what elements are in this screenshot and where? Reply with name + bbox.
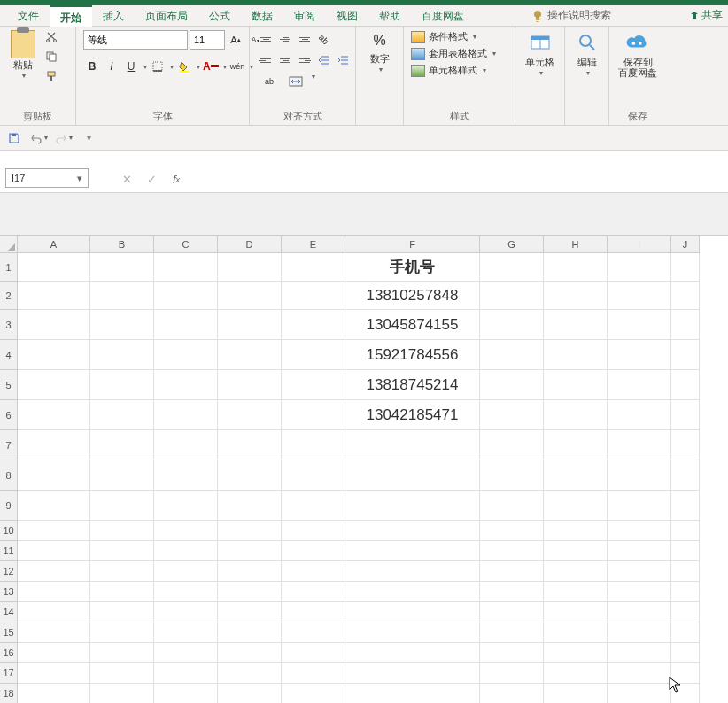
cell-B2[interactable] xyxy=(90,282,154,310)
cell-H3[interactable] xyxy=(544,310,608,340)
cell-F5[interactable]: 13818745214 xyxy=(345,370,480,400)
format-painter-icon[interactable] xyxy=(44,69,58,83)
cell-E2[interactable] xyxy=(282,282,345,310)
cell-I2[interactable] xyxy=(608,282,671,310)
column-header-F[interactable]: F xyxy=(345,236,480,253)
cell-C18[interactable] xyxy=(154,684,218,703)
cell-H4[interactable] xyxy=(544,340,608,370)
cell-G12[interactable] xyxy=(480,561,544,582)
cell-I9[interactable] xyxy=(608,491,671,521)
tab-page-layout[interactable]: 页面布局 xyxy=(135,5,198,27)
font-name-select[interactable] xyxy=(83,30,188,50)
enter-formula-button[interactable]: ✓ xyxy=(143,172,159,188)
cell-F15[interactable] xyxy=(345,622,480,643)
cell-C7[interactable] xyxy=(154,430,218,460)
cell-F17[interactable] xyxy=(345,663,480,684)
cell-G8[interactable] xyxy=(480,460,544,491)
tab-help[interactable]: 帮助 xyxy=(368,5,411,27)
name-box[interactable]: I17 ▾ xyxy=(5,168,89,188)
cell-G13[interactable] xyxy=(480,582,544,602)
row-header-8[interactable]: 8 xyxy=(0,460,18,491)
copy-icon[interactable] xyxy=(44,50,58,64)
cell-I1[interactable] xyxy=(608,253,671,282)
cell-J17[interactable] xyxy=(671,663,700,684)
cell-B5[interactable] xyxy=(90,370,154,400)
cell-B15[interactable] xyxy=(90,622,154,643)
cell-F12[interactable] xyxy=(345,561,480,582)
cell-H11[interactable] xyxy=(544,541,608,561)
cell-B1[interactable] xyxy=(90,253,154,282)
cell-A9[interactable] xyxy=(18,491,90,521)
cell-H18[interactable] xyxy=(544,684,608,703)
cell-D14[interactable] xyxy=(218,602,282,622)
cell-F14[interactable] xyxy=(345,602,480,622)
cell-I16[interactable] xyxy=(608,643,671,663)
cell-A10[interactable] xyxy=(18,521,90,541)
merge-button[interactable] xyxy=(283,73,308,90)
cell-J6[interactable] xyxy=(671,400,700,430)
cell-J9[interactable] xyxy=(671,491,700,521)
cell-I5[interactable] xyxy=(608,370,671,400)
cell-B8[interactable] xyxy=(90,460,154,491)
cell-D13[interactable] xyxy=(218,582,282,602)
cell-J13[interactable] xyxy=(671,582,700,602)
insert-function-button[interactable]: fx xyxy=(168,172,184,188)
column-header-H[interactable]: H xyxy=(544,236,608,253)
cell-F2[interactable]: 13810257848 xyxy=(345,282,480,310)
cell-G18[interactable] xyxy=(480,684,544,703)
cell-G7[interactable] xyxy=(480,430,544,460)
row-header-10[interactable]: 10 xyxy=(0,521,18,541)
align-middle-button[interactable] xyxy=(276,30,294,48)
cell-A14[interactable] xyxy=(18,602,90,622)
cell-C11[interactable] xyxy=(154,541,218,561)
row-header-7[interactable]: 7 xyxy=(0,430,18,460)
cell-D7[interactable] xyxy=(218,430,282,460)
column-header-E[interactable]: E xyxy=(282,236,345,253)
editing-button[interactable]: 编辑 ▾ xyxy=(572,30,601,77)
conditional-formatting-button[interactable]: 条件格式 ▾ xyxy=(411,30,496,43)
row-header-14[interactable]: 14 xyxy=(0,602,18,622)
cell-A18[interactable] xyxy=(18,684,90,703)
cell-F9[interactable] xyxy=(345,491,480,521)
chevron-down-icon[interactable]: ▾ xyxy=(379,66,383,73)
row-header-6[interactable]: 6 xyxy=(0,400,18,430)
cell-I13[interactable] xyxy=(608,582,671,602)
cell-F4[interactable]: 15921784556 xyxy=(345,340,480,370)
cell-G10[interactable] xyxy=(480,521,544,541)
cell-A2[interactable] xyxy=(18,282,90,310)
phonetic-button[interactable]: wén xyxy=(228,57,246,76)
cell-A17[interactable] xyxy=(18,663,90,684)
cut-icon[interactable] xyxy=(44,30,58,44)
cell-H15[interactable] xyxy=(544,622,608,643)
tab-review[interactable]: 审阅 xyxy=(283,5,326,27)
cell-H1[interactable] xyxy=(544,253,608,282)
underline-button[interactable]: U xyxy=(122,57,140,76)
cell-D5[interactable] xyxy=(218,370,282,400)
align-right-button[interactable] xyxy=(296,51,314,69)
cell-E17[interactable] xyxy=(282,663,345,684)
save-to-baidu-button[interactable]: 保存到百度网盘 xyxy=(616,30,659,78)
cell-A16[interactable] xyxy=(18,643,90,663)
cell-G9[interactable] xyxy=(480,491,544,521)
increase-indent-button[interactable] xyxy=(335,51,352,69)
chevron-down-icon[interactable]: ▾ xyxy=(170,63,174,71)
cell-G6[interactable] xyxy=(480,400,544,430)
cell-J3[interactable] xyxy=(671,310,700,340)
column-header-I[interactable]: I xyxy=(608,236,671,253)
row-header-1[interactable]: 1 xyxy=(0,253,18,282)
cell-I14[interactable] xyxy=(608,602,671,622)
cell-I7[interactable] xyxy=(608,430,671,460)
cell-D16[interactable] xyxy=(218,643,282,663)
cell-A11[interactable] xyxy=(18,541,90,561)
align-top-button[interactable] xyxy=(257,30,275,48)
share-button[interactable]: 共享 xyxy=(689,8,723,23)
cell-F18[interactable] xyxy=(345,684,480,703)
tell-me-search[interactable]: 操作说明搜索 xyxy=(531,8,611,23)
bold-button[interactable]: B xyxy=(83,57,101,76)
cell-styles-button[interactable]: 单元格样式 ▾ xyxy=(411,64,496,77)
cell-D8[interactable] xyxy=(218,460,282,491)
chevron-down-icon[interactable]: ▾ xyxy=(77,173,82,184)
cell-G4[interactable] xyxy=(480,340,544,370)
cell-C1[interactable] xyxy=(154,253,218,282)
cell-A4[interactable] xyxy=(18,340,90,370)
